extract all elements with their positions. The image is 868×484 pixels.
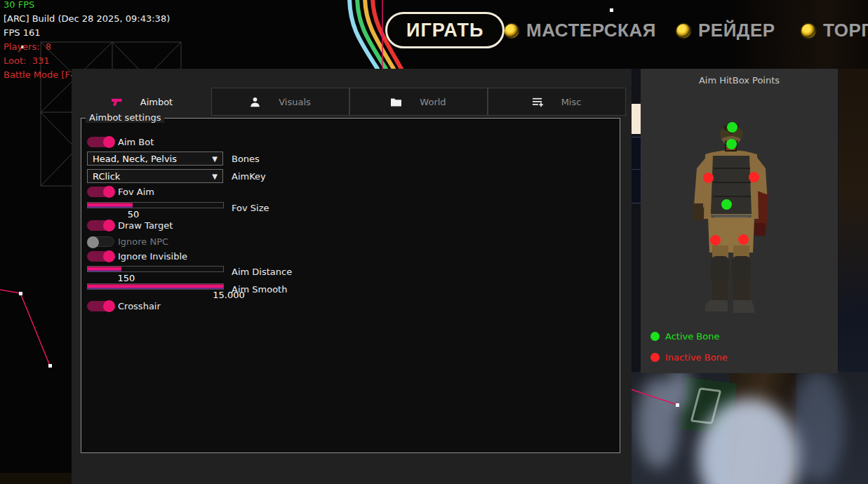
draw-target-label: Draw Target: [118, 220, 173, 231]
background-smoke-blob: [792, 370, 844, 483]
coin-icon: [676, 24, 690, 38]
aimkey-dropdown-value: RClick: [93, 171, 212, 182]
legend-label: Active Bone: [665, 331, 719, 342]
coin-icon: [505, 24, 519, 38]
tab-world[interactable]: World: [349, 88, 488, 116]
hitbox-panel-title: Aim HitBox Points: [641, 75, 838, 86]
fov-size-slider[interactable]: [87, 202, 224, 208]
esp-node-dot: [610, 8, 613, 12]
ignore-invisible-label: Ignore Invisible: [118, 251, 187, 262]
menu-item-raider[interactable]: РЕЙДЕР: [676, 20, 775, 41]
menu-item-trade[interactable]: ТОРГОВЛЯ: [801, 20, 868, 41]
coin-icon: [801, 24, 815, 38]
aim-distance-label: Aim Distance: [232, 267, 292, 277]
active-bone-dot-icon: [650, 332, 660, 341]
fov-size-value: 50: [116, 209, 151, 220]
game-screen: 30 FPS [ARC] Build (Dec 28 2025, 09:43:3…: [0, 0, 868, 484]
toggle-knob: [103, 186, 115, 198]
aim-bot-label: Aim Bot: [118, 137, 154, 147]
pistol-icon: [112, 97, 122, 107]
person-icon: [250, 97, 260, 107]
legend-label: Inactive Bone: [665, 352, 728, 363]
tab-label: Visuals: [279, 97, 311, 107]
tab-aimbot[interactable]: Aimbot: [73, 88, 211, 116]
esp-node-dot: [48, 364, 52, 368]
hud-build-info: [ARC] Build (Dec 28 2025, 09:43:38): [4, 12, 170, 26]
slider-fill: [88, 267, 121, 271]
esp-node-dot: [676, 403, 679, 407]
fov-aim-label: Fov Aim: [118, 187, 154, 197]
crosshair-label: Crosshair: [118, 301, 161, 311]
chevron-down-icon: ▼: [212, 173, 218, 180]
aim-bot-toggle[interactable]: [87, 137, 114, 147]
inactive-bone-dot-icon: [650, 353, 660, 362]
draw-target-toggle[interactable]: [87, 220, 114, 231]
bone-dot-pelvis[interactable]: [721, 199, 732, 210]
slider-fill: [88, 203, 133, 208]
menu-item-workshop[interactable]: МАСТЕРСКАЯ: [505, 20, 656, 41]
aim-distance-value: 150: [109, 273, 144, 283]
toggle-knob: [103, 136, 115, 148]
ignore-npc-label: Ignore NPC: [118, 236, 168, 247]
bones-dropdown-value: Head, Neck, Pelvis: [93, 154, 212, 164]
ignore-npc-toggle[interactable]: [87, 236, 114, 247]
legend-active-bone: Active Bone: [650, 331, 719, 342]
bone-dot-head[interactable]: [727, 122, 737, 133]
menu-item-label: ТОРГОВЛЯ: [823, 20, 868, 41]
toggle-knob: [103, 250, 115, 262]
tab-visuals[interactable]: Visuals: [211, 88, 349, 116]
background-smoke-blob: [668, 367, 690, 410]
background-window: [632, 137, 641, 203]
tab-label: Aimbot: [140, 97, 173, 107]
crosshair-toggle[interactable]: [87, 301, 114, 311]
bone-dot-left-shoulder[interactable]: [703, 173, 714, 183]
folder-icon: [391, 97, 401, 107]
fov-aim-toggle[interactable]: [87, 187, 114, 197]
toggle-knob: [103, 300, 115, 312]
hud-fps-overlay: 30 FPS: [4, 0, 170, 12]
hud-fps: FPS 161: [4, 26, 170, 40]
toggle-knob: [87, 236, 99, 248]
hud-players-count: Players: 8: [4, 40, 170, 54]
aim-distance-slider[interactable]: [87, 266, 224, 272]
bones-label: Bones: [232, 154, 260, 164]
fov-size-label: Fov Size: [232, 203, 269, 213]
menu-item-label: РЕЙДЕР: [698, 20, 775, 41]
slider-fill: [88, 284, 223, 289]
tab-misc[interactable]: Misc: [488, 88, 626, 116]
bone-dot-right-hip[interactable]: [738, 234, 749, 245]
hitbox-panel: Aim HitBox Points: [641, 69, 838, 373]
tab-bar: Aimbot Visuals World Misc: [73, 88, 626, 116]
bone-dot-neck[interactable]: [726, 139, 737, 149]
background-light-bar: [632, 104, 641, 134]
tab-label: World: [420, 97, 446, 107]
bone-dot-left-hip[interactable]: [710, 235, 721, 246]
settings-group-title: Aimbot settings: [86, 112, 164, 123]
menu-item-label: МАСТЕРСКАЯ: [526, 20, 656, 41]
legend-inactive-bone: Inactive Bone: [650, 352, 728, 363]
cheat-menu-panel: Aimbot Visuals World Misc Aimb: [72, 69, 632, 484]
chevron-down-icon: ▼: [212, 155, 218, 163]
esp-node-dot: [19, 292, 22, 295]
tab-label: Misc: [561, 97, 582, 107]
aimkey-dropdown[interactable]: RClick ▼: [87, 169, 223, 183]
aim-smooth-slider[interactable]: [87, 283, 224, 290]
play-button[interactable]: ИГРАТЬ: [385, 12, 505, 48]
ignore-invisible-toggle[interactable]: [87, 251, 114, 262]
bone-dot-right-shoulder[interactable]: [749, 172, 759, 182]
aim-smooth-label: Aim Smooth: [232, 284, 287, 295]
hud-loot-count: Loot: 331: [4, 54, 170, 68]
aimkey-label: AimKey: [232, 171, 266, 182]
toggle-knob: [103, 220, 115, 231]
filter-list-icon: [533, 97, 543, 107]
bones-dropdown[interactable]: Head, Neck, Pelvis ▼: [87, 152, 223, 166]
